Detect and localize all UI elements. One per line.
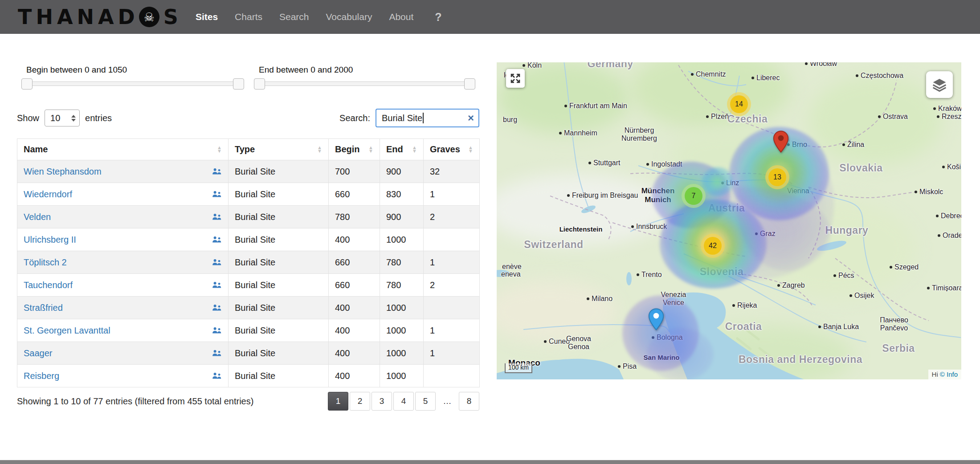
site-link[interactable]: Ulrichsberg II [24,235,76,245]
city-name: Freiburg im Breisgau [572,191,638,199]
pagination-page-2[interactable]: 2 [350,392,370,411]
name-cell-inner: Töplitsch 2 [24,257,222,268]
site-link[interactable]: Tauchendorf [24,280,73,290]
graves-icon[interactable] [212,213,222,220]
begin-range-slider[interactable] [22,81,244,86]
begin-slider-handle-max[interactable] [233,78,244,90]
table-controls: Show 10 entries Search: Burial Site × [17,109,479,127]
layers-button[interactable] [926,71,953,98]
entries-label: entries [85,113,112,123]
column-header-end[interactable]: End▲▼ [380,139,424,160]
graves-icon[interactable] [212,327,222,334]
nav-item-vocabulary[interactable]: Vocabulary [326,12,372,22]
nav-item-about[interactable]: About [389,12,413,22]
cluster-marker[interactable]: 13 [765,165,789,189]
graves-icon[interactable] [212,259,222,266]
site-link[interactable]: St. Georgen Lavanttal [24,326,110,336]
end-slider-label: End between 0 and 2000 [259,65,475,75]
pagination: 12345…8 [328,392,479,411]
city-name: Ingolstadt [651,160,682,168]
site-link[interactable]: Wien Stephansdom [24,167,102,177]
pagination-page-8[interactable]: 8 [459,392,479,411]
pagination-page-5[interactable]: 5 [415,392,436,411]
end-cell: 1000 [380,228,424,251]
city-name: eneva [501,270,521,278]
nav-item-sites[interactable]: Sites [196,12,218,22]
graves-icon[interactable] [212,281,222,289]
begin-cell: 400 [329,297,380,319]
graves-cell [424,297,480,319]
site-link[interactable]: Straßfried [24,303,63,313]
end-range-slider[interactable] [254,81,475,86]
pagination-page-4[interactable]: 4 [393,392,414,411]
city-dot [646,163,649,166]
graves-cell: 2 [424,206,480,228]
column-header-label: Type [235,144,255,155]
table-row: Töplitsch 2Burial Site6607801 [17,251,480,274]
cluster-marker[interactable]: 14 [727,92,751,116]
cluster-marker[interactable]: 7 [682,184,706,208]
graves-icon[interactable] [212,236,222,243]
graves-icon[interactable] [212,304,222,311]
nav-item-search[interactable]: Search [279,12,309,22]
name-cell: Ulrichsberg II [17,228,229,251]
column-header-begin[interactable]: Begin▲▼ [329,139,380,160]
end-slider-handle-max[interactable] [464,78,475,90]
city-label: Vienna [787,187,809,195]
column-header-name[interactable]: Name▲▼ [17,139,229,160]
city-name: Rijeka [737,301,757,309]
main-menu: SitesChartsSearchVocabularyAbout [196,12,413,22]
entries-select[interactable]: 10 [45,110,80,126]
sort-icon: ▲▼ [368,146,373,153]
entries-select-value: 10 [50,113,60,123]
begin-cell: 660 [329,274,380,297]
app-logo[interactable]: THANAD ☠ S [18,5,182,29]
map[interactable]: GermanyCzechiaSlovakiaAustriaHungarySwit… [497,62,961,379]
city-label: Osijek [849,292,874,300]
map-marker-blue[interactable] [648,308,665,332]
end-slider-handle-min[interactable] [254,78,265,90]
site-link[interactable]: Wiederndorf [24,189,72,199]
site-link[interactable]: Velden [24,212,51,222]
country-label: Liechtenstein [559,225,603,233]
map-marker-red[interactable] [772,130,789,155]
city-dot [849,294,852,297]
city-label: Stuttgart [588,159,620,167]
city-dot [721,182,724,184]
table-row: Ulrichsberg IIBurial Site4001000 [17,228,480,251]
clear-search-icon[interactable]: × [468,113,474,123]
city-label: Linz [721,179,739,187]
graves-cell: 1 [424,342,480,365]
attribution-info-link[interactable]: © Info [940,370,958,378]
column-header-type[interactable]: Type▲▼ [229,139,329,160]
graves-icon[interactable] [212,168,222,175]
help-link[interactable]: ? [435,11,441,24]
graves-icon[interactable] [212,191,222,198]
fullscreen-button[interactable] [506,69,525,88]
nav-item-charts[interactable]: Charts [235,12,262,22]
city-name: Ostrava [883,113,908,121]
city-dot [637,273,639,276]
graves-icon[interactable] [212,350,222,357]
site-link[interactable]: Saager [24,348,53,358]
column-header-inner: Graves▲▼ [430,144,473,155]
column-header-inner: Begin▲▼ [335,144,373,155]
cluster-count: 42 [704,237,722,255]
city-name: Linz [726,179,739,187]
pagination-page-1[interactable]: 1 [328,392,348,411]
city-label: Szeged [890,263,919,271]
column-header-graves[interactable]: Graves▲▼ [424,139,480,160]
end-cell: 900 [380,160,424,183]
city-label: Innsbruck [631,223,667,231]
cluster-marker[interactable]: 42 [701,234,725,258]
site-link[interactable]: Töplitsch 2 [24,257,67,268]
site-link[interactable]: Reisberg [24,371,59,381]
city-label: Liberec [751,74,780,82]
begin-slider-handle-min[interactable] [21,78,33,90]
city-name: Osijek [854,292,874,300]
name-cell: Tauchendorf [17,274,229,297]
search-input[interactable]: Burial Site × [376,109,479,127]
begin-cell: 660 [329,183,380,206]
pagination-page-3[interactable]: 3 [372,392,392,411]
graves-icon[interactable] [212,372,222,379]
